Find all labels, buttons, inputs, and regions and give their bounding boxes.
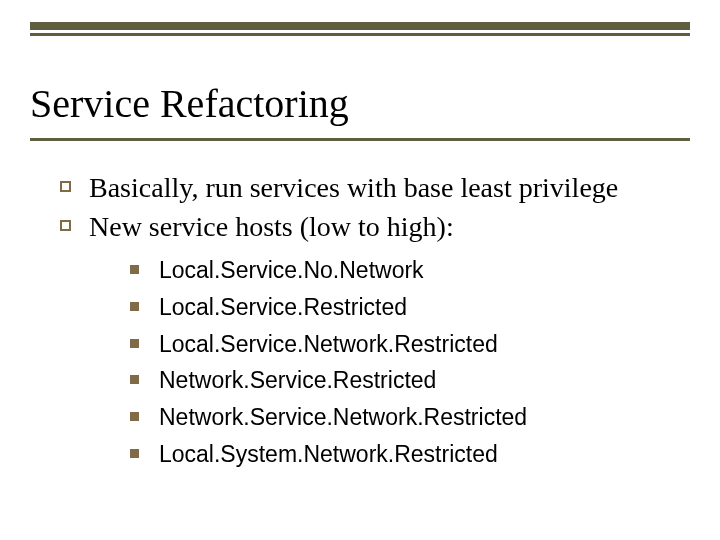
content-area: Basically, run services with base least … <box>60 170 680 477</box>
filled-square-icon <box>130 449 139 458</box>
bullet-level1: Basically, run services with base least … <box>60 170 680 205</box>
slide-title: Service Refactoring <box>30 80 349 127</box>
filled-square-icon <box>130 339 139 348</box>
bullet-level2: Local.Service.Restricted <box>130 293 680 322</box>
slide: Service Refactoring Basically, run servi… <box>0 0 720 540</box>
sub-bullet-text: Local.System.Network.Restricted <box>159 440 498 469</box>
sub-bullet-text: Local.Service.No.Network <box>159 256 424 285</box>
bullet-level2: Local.Service.Network.Restricted <box>130 330 680 359</box>
bullet-text: New service hosts (low to high): <box>89 209 454 244</box>
filled-square-icon <box>130 265 139 274</box>
sub-bullet-text: Network.Service.Restricted <box>159 366 436 395</box>
filled-square-icon <box>130 302 139 311</box>
bullet-level2: Local.System.Network.Restricted <box>130 440 680 469</box>
top-rule <box>30 22 690 30</box>
filled-square-icon <box>130 412 139 421</box>
sub-bullet-text: Local.Service.Restricted <box>159 293 407 322</box>
bullet-text: Basically, run services with base least … <box>89 170 618 205</box>
bullet-level1: New service hosts (low to high): <box>60 209 680 244</box>
sublist: Local.Service.No.Network Local.Service.R… <box>130 256 680 469</box>
filled-square-icon <box>130 375 139 384</box>
hollow-square-icon <box>60 181 71 192</box>
bullet-level2: Network.Service.Restricted <box>130 366 680 395</box>
title-underline <box>30 138 690 141</box>
hollow-square-icon <box>60 220 71 231</box>
bullet-level2: Network.Service.Network.Restricted <box>130 403 680 432</box>
sub-bullet-text: Local.Service.Network.Restricted <box>159 330 498 359</box>
bullet-level2: Local.Service.No.Network <box>130 256 680 285</box>
sub-bullet-text: Network.Service.Network.Restricted <box>159 403 527 432</box>
